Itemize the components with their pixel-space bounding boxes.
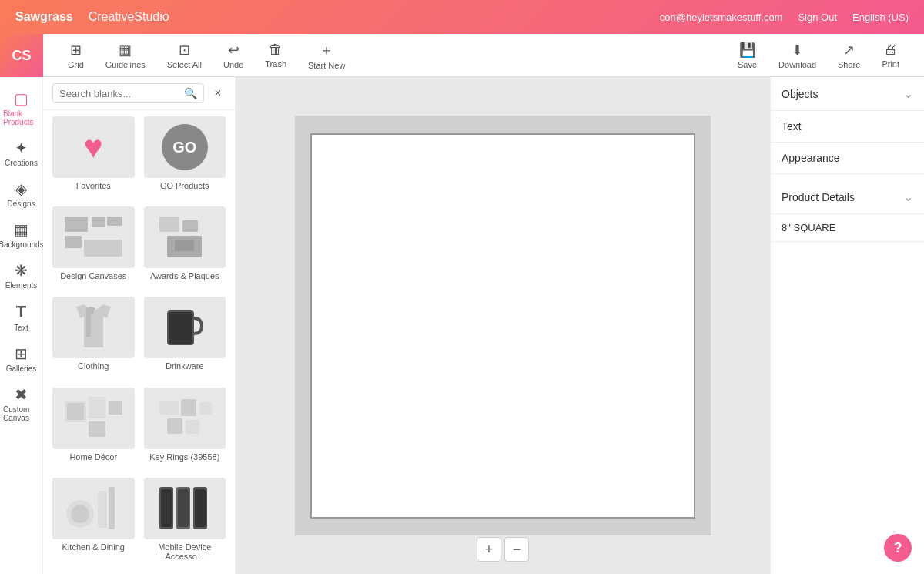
list-item[interactable]: Drinkware [141,294,229,381]
guidelines-button[interactable]: ▦ Guidelines [96,38,155,73]
objects-header[interactable]: Objects ⌄ [771,77,924,110]
print-button[interactable]: 🖨 Print [872,39,909,72]
select-all-button[interactable]: ⊡ Select All [158,38,211,73]
text-header[interactable]: Text [771,111,924,142]
nav-left: Sawgrass CreativeStudio [15,10,169,24]
favorites-thumbnail: ♥ [52,116,135,178]
cs-logo-text: CS [12,48,31,64]
trash-label: Trash [265,59,286,69]
search-input[interactable] [59,88,179,99]
keyrings-label: Key Rings (39558) [149,452,219,462]
top-nav: Sawgrass CreativeStudio cori@heyletsmake… [0,0,924,34]
list-item[interactable]: Home Décor [49,384,138,472]
toolbar-right: 💾 Save ⬇ Download ↗ Share 🖨 Print [728,39,909,72]
list-item[interactable]: Mobile Device Accesso... [141,475,229,571]
design-canvases-label: Design Canvases [60,271,126,280]
select-all-label: Select All [167,60,202,69]
svg-rect-4 [84,240,122,257]
svg-rect-20 [199,402,212,415]
keyrings-thumbnail [144,388,226,449]
list-item[interactable]: GO GO Products [141,113,229,200]
svg-rect-28 [161,489,172,527]
homedecor-thumbnail [52,388,135,449]
drinkware-svg [152,303,217,353]
list-item[interactable]: Awards & Plaques [141,203,229,290]
undo-button[interactable]: ↩ Undo [214,38,253,73]
sidebar-item-backgrounds[interactable]: ▦ Backgrounds [0,214,42,255]
share-icon: ↗ [843,42,855,59]
list-item[interactable]: Design Canvases [49,203,138,290]
elements-icon: ❋ [15,261,28,280]
clothing-thumbnail [52,297,135,358]
svg-rect-12 [169,312,192,344]
left-sidebar: ▢ Blank Products ✦ Creations ◈ Designs ▦… [0,77,43,574]
custom-canvas-icon: ✖ [15,385,28,404]
canvas-page[interactable] [310,133,695,519]
svg-rect-3 [65,236,82,248]
designs-icon: ◈ [15,180,27,198]
list-item[interactable]: Clothing [49,294,138,381]
kitchen-svg [61,483,126,533]
appearance-section: Appearance [771,143,924,174]
list-item[interactable]: Kitchen & Dining [49,475,138,571]
product-details-header[interactable]: Product Details ⌄ [771,180,924,213]
sidebar-item-designs[interactable]: ◈ Designs [0,173,42,214]
save-label: Save [738,60,757,69]
sidebar-item-label: Text [14,324,28,332]
trash-button[interactable]: 🗑 Trash [256,38,296,73]
trash-icon: 🗑 [269,42,283,58]
sidebar-item-blank-products[interactable]: ▢ Blank Products [0,83,42,133]
design-canvases-thumbnail [52,206,135,268]
right-panel: Objects ⌄ Text Appearance Product Detail… [770,77,924,574]
svg-rect-17 [109,401,122,415]
list-item[interactable]: ♥ Favorites [49,113,138,200]
sidebar-item-label: Creations [5,159,38,167]
svg-point-24 [71,505,89,523]
sidebar-item-text[interactable]: T Text [0,296,42,338]
start-new-button[interactable]: ＋ Start New [299,38,354,73]
mobile-label: Mobile Device Accesso... [144,542,226,561]
kitchen-label: Kitchen & Dining [62,542,125,552]
sign-out-button[interactable]: Sign Out [798,12,837,23]
sidebar-item-label: Designs [7,200,35,208]
nav-right: cori@heyletsmakestuff.com Sign Out Engli… [660,12,909,23]
svg-rect-25 [98,491,107,528]
clothing-svg [61,303,126,353]
svg-rect-1 [92,217,105,227]
grid-button[interactable]: ⊞ Grid [59,38,93,73]
save-button[interactable]: 💾 Save [728,39,766,72]
download-button[interactable]: ⬇ Download [769,39,825,72]
sidebar-item-custom-canvas[interactable]: ✖ Custom Canvas [0,379,42,428]
text-label: Text [782,120,802,133]
svg-rect-16 [89,421,105,437]
category-grid: ♥ Favorites GO GO Products [43,110,235,574]
share-button[interactable]: ↗ Share [829,39,869,72]
product-size-label: 8" SQUARE [782,222,835,233]
search-bar: 🔍 [52,83,204,103]
guidelines-label: Guidelines [105,60,146,69]
language-selector[interactable]: English (US) [852,12,909,23]
list-item[interactable]: Key Rings (39558) [141,384,229,472]
zoom-out-button[interactable]: − [504,537,529,562]
mobile-svg [152,483,217,533]
close-panel-button[interactable]: × [210,86,226,101]
canvas-workspace [295,116,711,535]
zoom-in-button[interactable]: + [477,537,501,562]
sidebar-item-label: Blank Products [3,109,39,126]
svg-rect-8 [175,240,194,251]
svg-rect-2 [107,217,122,226]
sidebar-item-galleries[interactable]: ⊞ Galleries [0,338,42,379]
appearance-header[interactable]: Appearance [771,143,924,173]
save-icon: 💾 [739,42,756,59]
objects-label: Objects [782,88,818,100]
sidebar-item-creations[interactable]: ✦ Creations [0,133,42,173]
svg-rect-26 [109,487,115,529]
product-size-content: 8" SQUARE [771,214,924,241]
svg-rect-21 [167,418,182,434]
sidebar-item-elements[interactable]: ❋ Elements [0,255,42,296]
main-layout: ▢ Blank Products ✦ Creations ◈ Designs ▦… [0,77,924,574]
homedecor-label: Home Décor [69,452,117,462]
svg-rect-15 [89,397,105,418]
start-new-icon: ＋ [320,41,333,59]
help-button[interactable]: ? [884,534,912,562]
